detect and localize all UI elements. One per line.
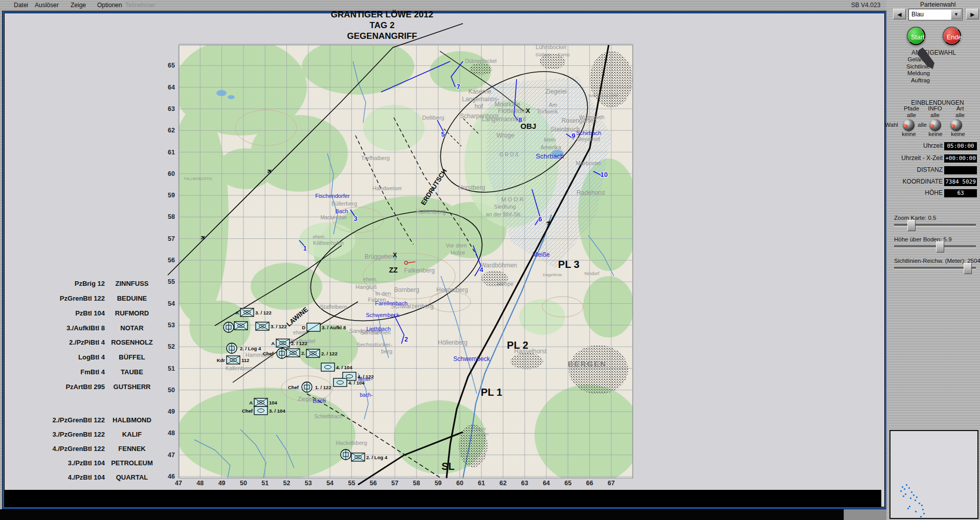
unit-list-row: PzBtl 104RUFMORD bbox=[0, 309, 164, 318]
unit-callsign: PETROLEUM bbox=[103, 459, 161, 467]
minimap-unit-dot bbox=[902, 486, 903, 488]
minimap-unit-dot bbox=[923, 513, 925, 514]
unit-callsign: ROSENHOLZ bbox=[103, 338, 161, 346]
anzeigewahl-option-meldung[interactable]: Meldung bbox=[884, 70, 930, 77]
slider-track-2[interactable] bbox=[894, 245, 976, 248]
minimap-unit-dot bbox=[906, 484, 907, 486]
slider-handle-3[interactable] bbox=[964, 263, 972, 274]
minimap-unit-dot bbox=[904, 488, 905, 490]
minimap-unit-dot bbox=[910, 498, 911, 499]
unit-callsign: HALBMOND bbox=[103, 416, 161, 424]
party-dropdown-value: Blau bbox=[911, 11, 924, 18]
readout-value-5: 63 bbox=[944, 189, 977, 197]
unit-callsign: TAUBE bbox=[103, 368, 161, 376]
unit-designation: 3./PzBtl 104 bbox=[31, 459, 105, 467]
readout-label-4: KOORDINATE bbox=[886, 178, 943, 185]
unit-list-row: FmBtl 4TAUBE bbox=[0, 368, 164, 376]
unit-designation: 2./PzPiBtl 4 bbox=[31, 338, 105, 346]
unit-designation: 4./PzBtl 104 bbox=[31, 473, 105, 481]
minimap-unit-dot bbox=[920, 516, 922, 517]
unit-callsign: BÜFFEL bbox=[103, 353, 161, 361]
minimap-unit-dot bbox=[916, 496, 918, 498]
unit-callsign: KALIF bbox=[103, 431, 161, 438]
minimap-unit-dot bbox=[913, 494, 915, 496]
minimap-unit-dot bbox=[915, 511, 917, 512]
readout-value-4: 7384 5029 bbox=[944, 178, 977, 186]
unit-callsign: ZINNFUSS bbox=[103, 280, 161, 287]
readout-value-2: +00:00:00 bbox=[944, 154, 977, 163]
minimap-unit-dot bbox=[905, 493, 906, 495]
unit-list-row: PzGrenBtl 122BEDUINE bbox=[0, 295, 164, 303]
alle-mid-label: alle bbox=[907, 122, 938, 128]
minimap-unit-dot bbox=[919, 503, 920, 504]
readout-value-1: 05:00:00 bbox=[944, 142, 977, 150]
unit-list-row: 3./AufklBtl 8NOTAR bbox=[0, 324, 164, 332]
slider-handle-2[interactable] bbox=[936, 241, 944, 253]
unit-list-row: 4./PzGrenBtl 122FENNEK bbox=[0, 445, 164, 453]
unit-list-row: 2./PzPiBtl 4ROSENHOLZ bbox=[0, 338, 164, 347]
unit-callsign: GUTSHERR bbox=[103, 383, 161, 391]
unit-designation: 4./PzGrenBtl 122 bbox=[31, 445, 105, 453]
unit-designation: 3./AufklBtl 8 bbox=[31, 324, 105, 332]
anzeigewahl-option-sichtlinie[interactable]: Sichtlinie bbox=[884, 63, 930, 71]
readout-label-1: Uhrzeit bbox=[886, 142, 943, 149]
minimap-unit-dot bbox=[915, 500, 916, 501]
einblendung-alle-label: alle bbox=[945, 112, 975, 118]
unit-list-row: PzBrig 12ZINNFUSS bbox=[0, 280, 164, 288]
scenario-title-line: GEGENANGRIFF bbox=[280, 31, 484, 41]
unit-callsign: RUFMORD bbox=[103, 309, 161, 317]
readout-label-5: HÖHE bbox=[886, 189, 943, 196]
readout-label-2: Uhrzeit - X-Zeit bbox=[886, 154, 943, 162]
einblendung-knob-art[interactable] bbox=[950, 119, 962, 131]
unit-list-row: PzArtBtl 295GUTSHERR bbox=[0, 383, 164, 391]
einblendung-header-art: Art bbox=[945, 105, 975, 111]
readout-label-3: DISTANZ bbox=[886, 166, 943, 173]
overview-minimap[interactable] bbox=[889, 430, 978, 519]
minimap-unit-dot bbox=[900, 490, 902, 492]
bottom-black-strip bbox=[5, 490, 881, 507]
unit-designation: 2./PzGrenBtl 122 bbox=[31, 416, 105, 424]
menu-item-auslöser[interactable]: Auslöser bbox=[35, 2, 59, 9]
unit-designation: PzBtl 104 bbox=[31, 309, 105, 317]
unit-list-row: 4./PzBtl 104QUARTAL bbox=[0, 473, 164, 482]
menu-item-datei[interactable]: Datei bbox=[14, 2, 28, 9]
control-panel: Parteienwahl ◀ Blau ▼ ▶ Start Ende ANZEI… bbox=[886, 0, 980, 520]
unit-list-row: 2./PzGrenBtl 122HALBMOND bbox=[0, 416, 164, 424]
menu-item-teilnehmer: Teilnehmer bbox=[125, 2, 155, 9]
unit-designation: LogBtl 4 bbox=[31, 353, 105, 361]
minimap-unit-dot bbox=[903, 495, 904, 497]
menu-item-zeige[interactable]: Zeige bbox=[71, 2, 86, 9]
unit-list-row: 3./PzGrenBtl 122KALIF bbox=[0, 431, 164, 439]
unit-callsign: BEDUINE bbox=[103, 295, 161, 302]
unit-list-row: 3./PzBtl 104PETROLEUM bbox=[0, 459, 164, 467]
unit-designation: 3./PzGrenBtl 122 bbox=[31, 431, 105, 438]
ende-button[interactable]: Ende bbox=[943, 27, 961, 45]
unit-callsign: NOTAR bbox=[103, 324, 161, 332]
status-bar-corner bbox=[843, 509, 887, 520]
unit-designation: PzArtBtl 295 bbox=[31, 383, 105, 391]
einblendung-keine-label: keine bbox=[894, 131, 924, 137]
slider-handle-1[interactable] bbox=[907, 220, 916, 231]
minimap-unit-dot bbox=[907, 508, 909, 509]
minimap-unit-dot bbox=[921, 505, 923, 506]
unit-callsign: QUARTAL bbox=[103, 473, 161, 481]
minimap-unit-dot bbox=[909, 506, 910, 507]
menu-item-optionen[interactable]: Optionen bbox=[97, 2, 122, 9]
slider-track-1[interactable] bbox=[894, 224, 976, 227]
start-button[interactable]: Start bbox=[907, 27, 925, 45]
anzeigewahl-option-auftrag[interactable]: Auftrag bbox=[884, 77, 930, 84]
unit-designation: PzBrig 12 bbox=[31, 280, 105, 287]
unit-callsign: FENNEK bbox=[103, 445, 161, 453]
scenario-title-line: TAG 2 bbox=[280, 20, 484, 31]
minimap-unit-dot bbox=[922, 509, 924, 510]
unit-list-row: LogBtl 4BÜFFEL bbox=[0, 353, 164, 361]
unit-designation: FmBtl 4 bbox=[31, 368, 105, 376]
minimap-unit-dot bbox=[911, 491, 912, 493]
status-bar bbox=[0, 509, 843, 520]
wahl-label: Wahl bbox=[876, 122, 907, 128]
scenario-title: GRANTIGER LÖWE 2012TAG 2GEGENANGRIFF bbox=[280, 9, 484, 41]
menu-bar: SB V4.023 DateiAuslöserZeigeOptionenTeil… bbox=[0, 0, 980, 11]
readout-value-3 bbox=[944, 166, 977, 174]
anzeigewahl-title: ANZEIGEWAHL bbox=[902, 49, 966, 56]
app-version: SB V4.023 bbox=[851, 2, 880, 9]
